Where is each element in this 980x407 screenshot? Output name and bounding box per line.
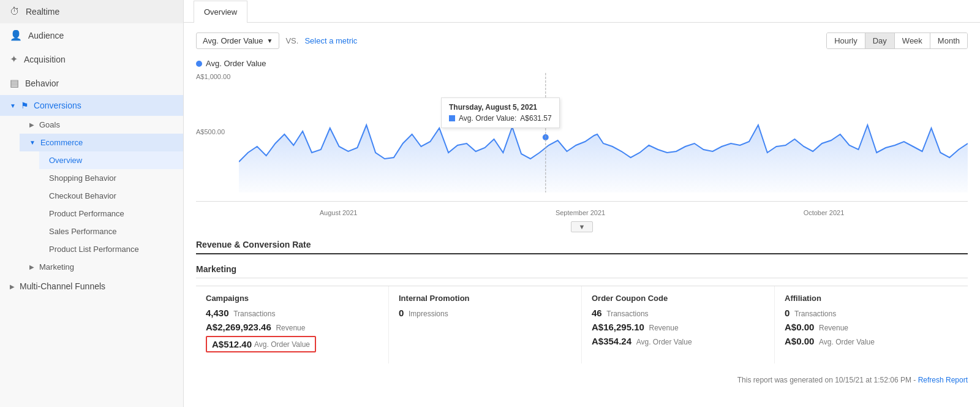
campaigns-revenue-value: A$2,269,923.46: [206, 322, 271, 332]
sidebar-item-overview[interactable]: Overview: [39, 151, 183, 169]
report-generated-text: This report was generated on 10/15/21 at…: [737, 376, 916, 384]
sidebar-item-audience[interactable]: 👤 Audience: [0, 23, 183, 47]
campaigns-transactions: 4,430 Transactions: [206, 308, 379, 318]
content-area: Avg. Order Value ▼ VS. Select a metric H…: [184, 23, 980, 400]
sidebar-item-marketing[interactable]: ▶ Marketing: [20, 258, 183, 276]
sidebar-item-conversions-label: Conversions: [34, 101, 81, 110]
campaigns-revenue-label: Revenue: [276, 324, 305, 332]
y-label-mid: A$500.00: [196, 128, 225, 135]
legend-dot: [196, 61, 202, 67]
metric-dropdown[interactable]: Avg. Order Value ▼: [196, 32, 279, 49]
campaigns-transactions-label: Transactions: [233, 310, 275, 318]
ecommerce-submenu: Overview Shopping Behavior Checkout Beha…: [20, 151, 183, 258]
sidebar-item-product-list-performance[interactable]: Product List Performance: [39, 240, 183, 258]
sidebar-item-checkout-behavior-label: Checkout Behavior: [49, 191, 116, 200]
sidebar-item-multichannel[interactable]: ▶ Multi-Channel Funnels: [0, 276, 183, 297]
affiliation-transactions-value: 0: [785, 308, 790, 318]
x-label-sep: September 2021: [556, 209, 605, 216]
sidebar-item-behavior-label: Behavior: [25, 78, 59, 88]
conversions-icon: ⚑: [21, 101, 29, 110]
x-label-aug: August 2021: [320, 209, 358, 216]
sidebar-item-shopping-behavior[interactable]: Shopping Behavior: [39, 169, 183, 187]
sidebar-item-product-performance-label: Product Performance: [49, 209, 124, 218]
sidebar-item-ecommerce-label: Ecommerce: [40, 138, 83, 147]
refresh-report-link[interactable]: Refresh Report: [918, 376, 968, 384]
controls-left: Avg. Order Value ▼ VS. Select a metric: [196, 32, 357, 49]
tab-overview[interactable]: Overview: [194, 1, 247, 23]
scroll-arrow-button[interactable]: ▼: [571, 221, 594, 232]
goals-caret-icon: ▶: [29, 121, 34, 128]
campaigns-revenue: A$2,269,923.46 Revenue: [206, 322, 379, 332]
affiliation-revenue-label: Revenue: [819, 324, 848, 332]
tooltip-date: Thursday, August 5, 2021: [449, 103, 552, 112]
affiliation-transactions: 0 Transactions: [785, 308, 958, 318]
affiliation-transactions-label: Transactions: [794, 310, 836, 318]
affiliation-revenue-value: A$0.00: [785, 322, 814, 332]
campaigns-transactions-value: 4,430: [206, 308, 229, 318]
x-label-oct: October 2021: [804, 209, 845, 216]
marketing-section-title: Marketing: [196, 264, 968, 278]
audience-icon: 👤: [10, 29, 22, 41]
sidebar-item-conversions[interactable]: ▼ ⚑ Conversions: [0, 95, 183, 116]
sidebar-item-sales-performance[interactable]: Sales Performance: [39, 223, 183, 240]
scroll-indicator: ▼: [196, 221, 968, 232]
sidebar-item-overview-label: Overview: [49, 156, 82, 165]
internal-promotion-impressions-label: Impressions: [409, 310, 448, 318]
sidebar-item-goals-label: Goals: [39, 120, 60, 129]
marketing-col-internal-promotion: Internal Promotion 0 Impressions: [389, 286, 582, 363]
select-metric-link[interactable]: Select a metric: [304, 36, 357, 45]
time-btn-day[interactable]: Day: [865, 33, 895, 48]
marketing-col-coupon: Order Coupon Code 46 Transactions A$16,2…: [582, 286, 775, 363]
sidebar: ⏱ Realtime 👤 Audience ✦ Acquisition ▤ Be…: [0, 0, 184, 407]
report-footer: This report was generated on 10/15/21 at…: [196, 376, 968, 390]
coupon-aov-value: A$354.24: [592, 336, 631, 346]
sidebar-item-behavior[interactable]: ▤ Behavior: [0, 71, 183, 95]
coupon-aov-label: Avg. Order Value: [636, 338, 692, 346]
time-btn-hourly[interactable]: Hourly: [827, 33, 865, 48]
main-content: Overview Avg. Order Value ▼ VS. Select a…: [184, 0, 980, 407]
sidebar-item-checkout-behavior[interactable]: Checkout Behavior: [39, 187, 183, 205]
revenue-section-title: Revenue & Conversion Rate: [196, 240, 968, 254]
sidebar-item-realtime[interactable]: ⏱ Realtime: [0, 0, 183, 23]
time-btn-week[interactable]: Week: [895, 33, 930, 48]
sidebar-item-acquisition[interactable]: ✦ Acquisition: [0, 47, 183, 71]
vs-label: VS.: [285, 36, 298, 45]
coupon-aov: A$354.24 Avg. Order Value: [592, 336, 764, 346]
coupon-transactions-label: Transactions: [606, 310, 648, 318]
tab-bar: Overview: [184, 0, 980, 23]
coupon-transactions: 46 Transactions: [592, 308, 764, 318]
controls-row: Avg. Order Value ▼ VS. Select a metric H…: [196, 32, 968, 49]
marketing-col-campaigns: Campaigns 4,430 Transactions A$2,269,923…: [196, 286, 389, 363]
time-buttons: Hourly Day Week Month: [826, 32, 968, 49]
metric-dropdown-value: Avg. Order Value: [203, 36, 263, 45]
campaigns-aov: A$512.40 Avg. Order Value: [206, 336, 379, 352]
affiliation-aov-value: A$0.00: [785, 336, 814, 346]
sidebar-item-product-performance[interactable]: Product Performance: [39, 205, 183, 223]
acquisition-icon: ✦: [10, 53, 18, 65]
conversions-submenu: ▶ Goals ▼ Ecommerce Overview Shopping Be…: [0, 116, 183, 276]
marketing-caret-icon: ▶: [29, 264, 34, 270]
coupon-revenue: A$16,295.10 Revenue: [592, 322, 764, 332]
legend-label: Avg. Order Value: [206, 59, 266, 68]
conversions-caret-icon: ▼: [10, 102, 16, 109]
coupon-revenue-label: Revenue: [649, 324, 679, 332]
sidebar-item-goals[interactable]: ▶ Goals: [20, 116, 183, 134]
realtime-icon: ⏱: [10, 6, 20, 17]
affiliation-aov: A$0.00 Avg. Order Value: [785, 336, 958, 346]
sidebar-item-multichannel-label: Multi-Channel Funnels: [20, 281, 105, 291]
chart-tooltip: Thursday, August 5, 2021 Avg. Order Valu…: [441, 97, 560, 128]
campaigns-title: Campaigns: [206, 294, 379, 303]
sidebar-item-marketing-label: Marketing: [39, 262, 74, 272]
chart-legend: Avg. Order Value: [196, 59, 968, 68]
campaigns-aov-value: A$512.40: [212, 339, 252, 349]
chart-x-labels: August 2021 September 2021 October 2021: [196, 207, 968, 219]
sidebar-item-acquisition-label: Acquisition: [24, 55, 66, 64]
time-btn-month[interactable]: Month: [930, 33, 967, 48]
coupon-transactions-value: 46: [592, 308, 602, 318]
internal-promotion-impressions: 0 Impressions: [399, 308, 571, 318]
behavior-icon: ▤: [10, 77, 19, 89]
chart-svg: [239, 73, 968, 192]
internal-promotion-impressions-value: 0: [399, 308, 404, 318]
tooltip-color-square: [449, 115, 455, 121]
sidebar-item-ecommerce[interactable]: ▼ Ecommerce: [20, 134, 183, 151]
